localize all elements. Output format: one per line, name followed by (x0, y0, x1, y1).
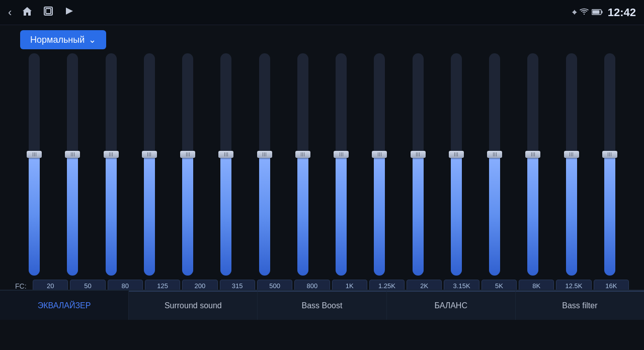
preset-label: Нормальный (30, 35, 85, 45)
slider-column-9 (360, 53, 398, 276)
tab-balance[interactable]: БАЛАНС (387, 291, 516, 320)
slider-column-3 (130, 53, 169, 276)
slider-fill-0 (29, 153, 40, 276)
home-button[interactable] (22, 6, 33, 19)
bottom-tabs: ЭКВАЛАЙЗЕРSurround soundBass BoostБАЛАНС… (0, 290, 644, 320)
preset-button[interactable]: Нормальный ⌄ (20, 30, 106, 49)
slider-track-container-1[interactable] (65, 53, 79, 276)
slider-fill-1 (67, 153, 78, 276)
play-button[interactable] (64, 6, 74, 19)
main-content: Нормальный ⌄ FC: 2050801252003155008001K… (0, 25, 644, 320)
slider-handle-0[interactable] (27, 151, 42, 158)
slider-track-container-4[interactable] (181, 53, 195, 276)
slider-handle-3[interactable] (142, 151, 157, 158)
nav-controls: ‹ (8, 6, 74, 19)
slider-column-13 (514, 53, 552, 276)
tab-bass-boost[interactable]: Bass Boost (258, 291, 386, 320)
eq-sliders-area (0, 53, 644, 276)
status-right: ⌖ 12:42 (572, 6, 636, 19)
slider-track-container-5[interactable] (219, 53, 233, 276)
svg-marker-2 (66, 8, 73, 15)
slider-handle-13[interactable] (525, 151, 540, 158)
slider-track-container-3[interactable] (142, 53, 156, 276)
slider-track-container-10[interactable] (411, 53, 425, 276)
slider-fill-9 (374, 153, 385, 276)
slider-track-2 (106, 53, 117, 276)
slider-track-9 (374, 53, 385, 276)
slider-column-15 (591, 53, 629, 276)
slider-handle-1[interactable] (65, 151, 80, 158)
slider-column-11 (437, 53, 475, 276)
slider-track-4 (182, 53, 193, 276)
slider-handle-6[interactable] (257, 151, 272, 158)
slider-column-6 (246, 53, 284, 276)
svg-rect-1 (46, 9, 51, 14)
slider-fill-10 (413, 153, 424, 276)
slider-track-0 (29, 53, 40, 276)
svg-rect-4 (592, 10, 599, 14)
status-bar: ‹ ⌖ (0, 0, 644, 25)
slider-fill-8 (336, 153, 347, 276)
slider-fill-4 (182, 153, 193, 276)
slider-track-5 (220, 53, 231, 276)
slider-column-0 (15, 53, 53, 276)
slider-fill-11 (451, 153, 462, 276)
slider-fill-13 (527, 153, 538, 276)
slider-column-10 (399, 53, 437, 276)
slider-track-container-2[interactable] (104, 53, 118, 276)
slider-track-12 (489, 53, 500, 276)
clock-display: 12:42 (608, 6, 636, 19)
slider-track-container-12[interactable] (488, 53, 502, 276)
slider-handle-4[interactable] (180, 151, 195, 158)
slider-fill-6 (259, 153, 270, 276)
slider-track-container-9[interactable] (372, 53, 386, 276)
slider-track-container-6[interactable] (258, 53, 272, 276)
slider-handle-15[interactable] (602, 151, 617, 158)
slider-track-6 (259, 53, 270, 276)
slider-track-11 (451, 53, 462, 276)
window-button[interactable] (43, 6, 54, 19)
tab-surround[interactable]: Surround sound (129, 291, 258, 320)
slider-track-3 (144, 53, 155, 276)
slider-track-7 (297, 53, 308, 276)
slider-handle-7[interactable] (295, 151, 310, 158)
slider-track-14 (566, 53, 577, 276)
slider-column-8 (322, 53, 360, 276)
slider-fill-2 (106, 153, 117, 276)
back-button[interactable]: ‹ (8, 6, 12, 19)
slider-column-2 (92, 53, 130, 276)
slider-handle-2[interactable] (104, 151, 119, 158)
status-icons: ⌖ (572, 8, 603, 17)
slider-fill-7 (297, 153, 308, 276)
slider-column-7 (284, 53, 322, 276)
slider-track-1 (67, 53, 78, 276)
slider-handle-5[interactable] (218, 151, 233, 158)
slider-fill-3 (144, 153, 155, 276)
slider-track-container-7[interactable] (296, 53, 310, 276)
battery-icon (592, 9, 603, 17)
slider-handle-9[interactable] (372, 151, 387, 158)
fc-label: FC: (15, 282, 33, 290)
slider-column-1 (53, 53, 92, 276)
slider-track-15 (604, 53, 615, 276)
slider-handle-11[interactable] (449, 151, 464, 158)
slider-handle-8[interactable] (334, 151, 349, 158)
preset-dropdown-icon: ⌄ (89, 34, 96, 45)
slider-track-container-14[interactable] (565, 53, 579, 276)
bluetooth-icon: ⌖ (572, 8, 577, 17)
slider-fill-5 (220, 153, 231, 276)
tab-bass-filter[interactable]: Bass filter (516, 291, 644, 320)
slider-track-container-11[interactable] (449, 53, 463, 276)
slider-track-8 (336, 53, 347, 276)
slider-handle-14[interactable] (564, 151, 579, 158)
slider-handle-10[interactable] (411, 151, 426, 158)
slider-track-container-13[interactable] (526, 53, 540, 276)
slider-track-container-0[interactable] (27, 53, 41, 276)
slider-track-container-15[interactable] (603, 53, 617, 276)
slider-column-14 (552, 53, 591, 276)
tab-equalizer[interactable]: ЭКВАЛАЙЗЕР (0, 291, 129, 320)
slider-fill-14 (566, 153, 577, 276)
svg-rect-5 (601, 11, 602, 13)
slider-track-container-8[interactable] (334, 53, 348, 276)
slider-handle-12[interactable] (487, 151, 502, 158)
